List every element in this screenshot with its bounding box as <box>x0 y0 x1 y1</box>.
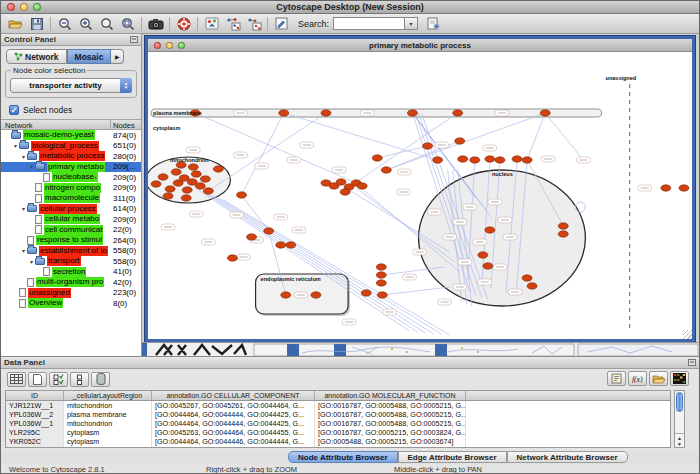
network-node[interactable] <box>188 164 198 170</box>
network-node[interactable] <box>470 157 480 163</box>
new-attribute-icon[interactable] <box>28 372 47 387</box>
unselect-attributes-icon[interactable] <box>70 372 89 387</box>
select-nodes-checkbox[interactable]: ✓ <box>9 105 19 115</box>
tree-row[interactable]: ▾metabolic process280(0) <box>1 151 141 162</box>
network-node[interactable] <box>276 242 286 248</box>
table-column-header[interactable]: ID <box>6 391 64 400</box>
zoom-fit-icon[interactable] <box>96 15 117 32</box>
delete-attribute-icon[interactable] <box>91 372 110 387</box>
network-node[interactable] <box>200 176 210 182</box>
network-node[interactable] <box>661 185 671 191</box>
tree-row[interactable]: ▾transport558(0) <box>1 256 141 267</box>
network-node[interactable] <box>203 188 213 194</box>
import-attributes-icon[interactable] <box>649 371 668 386</box>
save-icon[interactable] <box>26 15 47 32</box>
network-node[interactable] <box>458 156 468 162</box>
function-builder-icon[interactable]: f(x) <box>628 371 647 386</box>
network-node[interactable] <box>433 157 443 163</box>
tree-row[interactable]: macromolecule311(0) <box>1 193 141 204</box>
network-node[interactable] <box>357 183 367 189</box>
heatmap-icon[interactable] <box>670 371 689 386</box>
network-node[interactable] <box>522 275 532 281</box>
network-node[interactable] <box>236 192 246 198</box>
network-node[interactable] <box>376 280 386 286</box>
tree-row[interactable]: nitrogen compo209(0) <box>1 183 141 194</box>
zoom-in-icon[interactable] <box>75 15 96 32</box>
network-node[interactable] <box>340 189 350 195</box>
network-node[interactable] <box>171 169 181 175</box>
zoom-out-icon[interactable] <box>54 15 75 32</box>
table-column-header[interactable]: annotation.GO CELLULAR_COMPONENT <box>152 391 315 400</box>
tree-row[interactable]: ▾establishment of lo558(0) <box>1 246 141 257</box>
expand-arrow-icon[interactable]: ▾ <box>12 142 19 149</box>
tree-row[interactable]: ▾cellular process614(0) <box>1 204 141 215</box>
table-row[interactable]: YJR121W__1mitochondrion[GO:0045267, GO:0… <box>6 401 670 410</box>
tree-row[interactable]: Overview8(0) <box>1 298 141 309</box>
layout-icon[interactable] <box>222 15 243 32</box>
vizmapper-icon[interactable] <box>201 15 222 32</box>
network-view-titlebar[interactable]: primary metabolic process <box>148 39 692 52</box>
network-node[interactable] <box>527 283 537 289</box>
tab-network[interactable]: Network <box>6 49 67 64</box>
open-file-icon[interactable] <box>5 15 26 32</box>
network-node[interactable] <box>195 183 205 189</box>
tab-mosaic[interactable]: Mosaic <box>67 49 112 64</box>
table-row[interactable]: YLR295Ccytoplasm[GO:0045263, GO:0044464,… <box>6 428 670 437</box>
plugin-settings-icon[interactable] <box>423 15 444 32</box>
network-node[interactable] <box>495 157 505 163</box>
tree-row[interactable]: unassigned223(0) <box>1 288 141 299</box>
expand-arrow-icon[interactable]: ▾ <box>20 153 27 160</box>
expand-arrow-icon[interactable]: ▾ <box>28 258 35 265</box>
select-attributes-icon[interactable] <box>49 372 68 387</box>
float-panel-icon[interactable] <box>130 36 138 43</box>
tree-row[interactable]: secretion41(0) <box>1 267 141 278</box>
attribute-table[interactable]: ID_cellularLayoutRegionannotation.GO CEL… <box>5 390 671 448</box>
tree-row[interactable]: ▾primary metabo209(... <box>1 162 141 173</box>
search-dropdown-button[interactable]: ▾ <box>405 17 418 30</box>
expand-arrow-icon[interactable]: ▾ <box>20 247 27 254</box>
node-color-dropdown[interactable]: transporter activity ▲▼ <box>10 78 132 93</box>
network-node[interactable] <box>376 264 386 270</box>
resize-grip-icon[interactable] <box>683 330 692 339</box>
network-node[interactable] <box>286 242 296 248</box>
network-node[interactable] <box>376 272 386 278</box>
network-view-frame[interactable]: primary metabolic process plasma membran… <box>145 36 695 342</box>
tree-row[interactable]: multi-organism pro42(0) <box>1 277 141 288</box>
network-node[interactable] <box>227 255 237 261</box>
table-row[interactable]: YPL036W__1mitochondrion[GO:0044464, GO:0… <box>6 419 670 428</box>
search-input[interactable] <box>333 17 405 30</box>
network-node[interactable] <box>264 228 274 234</box>
network-node[interactable] <box>213 166 223 172</box>
network-node[interactable] <box>321 110 331 116</box>
network-node[interactable] <box>163 193 173 199</box>
network-node[interactable] <box>558 223 568 229</box>
network-node[interactable] <box>485 156 495 162</box>
annotation-icon[interactable] <box>271 15 292 32</box>
tree-row[interactable]: nucleobase-209(0) <box>1 172 141 183</box>
network-node[interactable] <box>453 110 463 116</box>
network-node[interactable] <box>485 227 495 233</box>
snapshot-camera-icon[interactable] <box>145 15 166 32</box>
zoom-selected-icon[interactable] <box>117 15 138 32</box>
scrollbar-arrows-icon[interactable]: ▲▼ <box>675 433 684 447</box>
tab-network-attribute-browser[interactable]: Network Attribute Browser <box>507 451 628 463</box>
table-vertical-scrollbar[interactable]: ▲▼ <box>674 390 685 448</box>
attribute-notes-icon[interactable] <box>607 371 626 386</box>
table-column-header[interactable]: _cellularLayoutRegion <box>64 391 152 400</box>
network-node[interactable] <box>247 234 257 240</box>
network-node[interactable] <box>279 110 289 116</box>
table-row[interactable]: YPL036W__2plasma membrane[GO:0044464, GO… <box>6 410 670 419</box>
network-node[interactable] <box>336 179 346 185</box>
tree-row[interactable]: mosaic-demo-yeast874(0) <box>1 130 141 141</box>
network-node[interactable] <box>522 157 532 163</box>
network-node[interactable] <box>165 186 175 192</box>
tree-row[interactable]: cellular metabo209(0) <box>1 214 141 225</box>
network-node[interactable] <box>478 252 488 258</box>
network-node[interactable] <box>151 181 161 187</box>
float-panel-icon[interactable] <box>688 359 696 366</box>
tab-edge-attribute-browser[interactable]: Edge Attribute Browser <box>398 451 507 463</box>
tree-row[interactable]: ▾biological_process651(0) <box>1 141 141 152</box>
network-node[interactable] <box>311 292 321 298</box>
network-node[interactable] <box>377 292 387 298</box>
table-row[interactable]: YKR052Ccytoplasm[GO:0044464, GO:0044446,… <box>6 437 670 446</box>
